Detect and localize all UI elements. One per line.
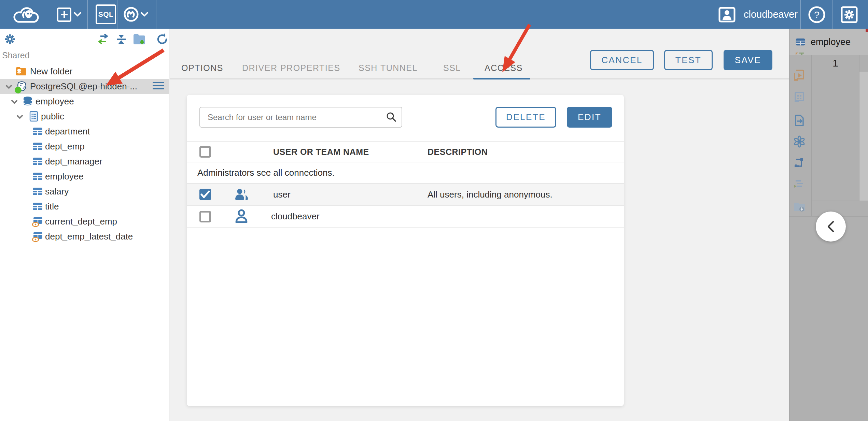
select-all-checkbox[interactable] [199, 146, 211, 158]
driver-manager-button[interactable] [123, 6, 139, 23]
connection-menu-icon[interactable] [153, 82, 164, 91]
collapse-all-button[interactable] [115, 33, 128, 46]
delete-button[interactable]: DELETE [495, 107, 556, 128]
navigator-settings-button[interactable] [3, 33, 16, 46]
table-icon [32, 156, 43, 167]
collapse-panel-button[interactable] [816, 212, 846, 242]
tree-item-schema-public[interactable]: public [0, 109, 169, 124]
user-menu-button[interactable] [718, 6, 736, 23]
tab-options[interactable]: OPTIONS [181, 60, 223, 76]
tree-item-table-department[interactable]: department [0, 124, 169, 139]
toolbar-divider [811, 55, 812, 216]
result-viewer-panel: employee [789, 29, 868, 421]
connection-edit-panel: OPTIONS DRIVER PROPERTIES SSH TUNNEL SSL… [170, 29, 789, 421]
tab-ssl[interactable]: SSL [443, 60, 461, 76]
new-connection-button[interactable] [57, 8, 71, 22]
search-input[interactable] [199, 107, 402, 128]
admin-info-row: Administrators see all connections. [187, 162, 624, 184]
user-name: cloudbeaver [738, 0, 798, 29]
sync-with-editor-button[interactable] [96, 33, 109, 46]
tab-driver-properties[interactable]: DRIVER PROPERTIES [242, 60, 340, 76]
add-folder-button[interactable] [132, 33, 145, 46]
connection-status-dot [15, 87, 22, 93]
table-icon [32, 126, 43, 137]
row-checkbox-cloudbeaver[interactable] [199, 211, 211, 222]
user-icon [718, 7, 736, 23]
refresh-button[interactable] [156, 33, 169, 46]
tree-item-table-employee[interactable]: employee [0, 169, 169, 184]
access-row-user[interactable]: user All users, including anonymous. [187, 184, 624, 206]
chevron-down-icon[interactable] [16, 113, 24, 121]
new-window-icon[interactable] [793, 156, 806, 169]
table-icon [32, 141, 43, 152]
driver-dropdown-icon[interactable] [140, 11, 149, 18]
chevron-left-icon [825, 220, 837, 233]
edit-button[interactable]: EDIT [567, 107, 612, 128]
tree-item-table-dept-emp[interactable]: dept_emp [0, 139, 169, 154]
table-icon [795, 37, 806, 49]
table-icon [32, 201, 43, 212]
team-icon [233, 187, 250, 203]
access-card: DELETE EDIT USER OR TEAM NAME DESCRIPTIO… [187, 95, 624, 406]
table-icon [32, 186, 43, 197]
tree-item-view-dept-emp-latest-date[interactable]: dept_emp_latest_date [0, 229, 169, 244]
grid-view-icon[interactable] [793, 91, 806, 104]
cancel-button[interactable]: CANCEL [590, 50, 654, 70]
plus-icon [60, 11, 68, 19]
tree-item-table-title[interactable]: title [0, 199, 169, 214]
new-connection-dropdown-icon[interactable] [73, 11, 82, 18]
folder-plus-icon [132, 33, 146, 46]
gear-icon [841, 6, 858, 23]
folder-database-icon [15, 66, 27, 77]
schema-icon [28, 111, 40, 122]
access-row-cloudbeaver[interactable]: cloudbeaver [187, 206, 624, 228]
grid-bottom-line [812, 201, 868, 201]
test-button[interactable]: TEST [664, 50, 713, 70]
chevron-down-icon[interactable] [5, 83, 13, 91]
svg-text:?: ? [814, 10, 820, 20]
view-icon [32, 231, 43, 242]
tree-item-table-salary[interactable]: salary [0, 184, 169, 199]
grid-row-number: 1 [812, 57, 859, 69]
tree-item-connection-postgresql[interactable]: PostgreSQL@ep-hidden-... [0, 79, 169, 94]
tab-access[interactable]: ACCESS [485, 60, 523, 76]
refresh-icon [156, 33, 169, 46]
export-data-icon[interactable] [793, 114, 806, 127]
database-icon [22, 96, 33, 107]
postgresql-icon [16, 81, 28, 92]
row-checkbox-user[interactable] [199, 189, 211, 200]
filter-settings-icon[interactable] [793, 178, 806, 191]
swap-arrows-icon [96, 33, 110, 46]
tree-item-new-folder[interactable]: New folder [0, 64, 169, 79]
chevron-down-icon[interactable] [10, 98, 18, 106]
navigator-sidebar: Shared New folder [0, 29, 169, 421]
active-tab-underline [473, 78, 530, 79]
gear-icon [3, 33, 16, 46]
save-results-icon[interactable] [793, 201, 806, 214]
collapse-icon [115, 33, 128, 46]
column-header-description: DESCRIPTION [428, 142, 488, 162]
save-button[interactable]: SAVE [724, 50, 772, 70]
search-icon [386, 112, 397, 122]
cloudbeaver-logo-icon[interactable] [11, 3, 42, 25]
wrench-icon [123, 6, 139, 22]
view-icon [32, 216, 43, 227]
tab-employee-result[interactable]: employee [789, 29, 868, 55]
top-bar: SQL cloudbeaver ? [0, 0, 868, 29]
column-header-name: USER OR TEAM NAME [273, 142, 369, 162]
tree-item-view-current-dept-emp[interactable]: current_dept_emp [0, 214, 169, 229]
grid-empty-column [859, 72, 868, 201]
tab-ssh-tunnel[interactable]: SSH TUNNEL [359, 60, 418, 76]
settings-button[interactable] [840, 6, 858, 24]
tree-item-database-employee[interactable]: employee [0, 94, 169, 109]
tree-item-table-dept-manager[interactable]: dept_manager [0, 154, 169, 169]
cloudbeaver-app: SQL cloudbeaver ? [0, 0, 868, 421]
tree-section-label: Shared [2, 50, 30, 60]
add-bookmark-icon[interactable] [793, 53, 806, 61]
help-button[interactable]: ? [808, 5, 826, 24]
access-table-header: USER OR TEAM NAME DESCRIPTION [187, 141, 624, 162]
ai-assistant-icon[interactable] [793, 135, 806, 148]
question-icon: ? [808, 6, 826, 24]
execute-script-icon[interactable] [793, 69, 806, 82]
sql-editor-button[interactable]: SQL [96, 4, 116, 24]
